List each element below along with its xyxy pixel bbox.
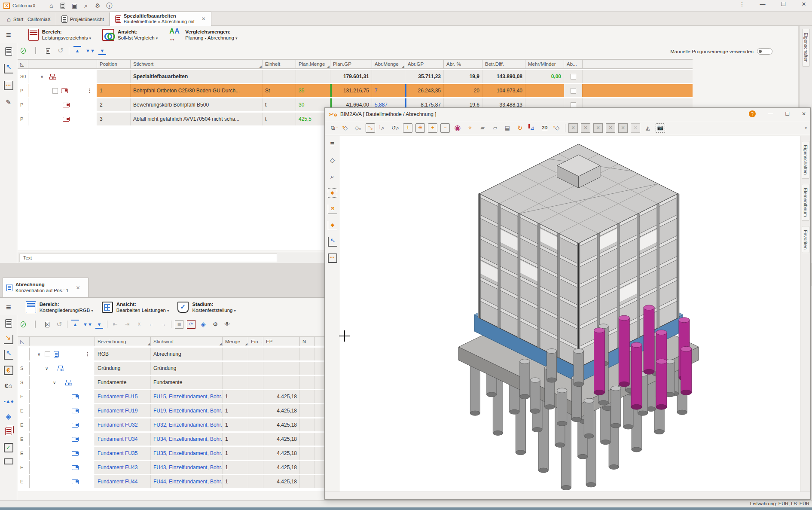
bereich-dropdown[interactable]: Bereich:Kostengliederung/RGB▾ — [26, 301, 93, 314]
more-menu-button[interactable]: ⋮ — [737, 1, 747, 7]
cube-arrow-icon[interactable]: ◇→ — [328, 156, 337, 165]
rotate-circle-icon[interactable]: ↻ — [515, 123, 525, 133]
table-row[interactable]: EFundament FU44FU44, Einzelfundament, Bo… — [18, 475, 324, 488]
pyramid-icon[interactable]: ◭ — [643, 123, 653, 133]
open-external-icon[interactable]: ↖ — [4, 64, 13, 73]
chevron-down-icon[interactable]: ∨ — [40, 74, 43, 79]
zoom-window-icon[interactable]: ⌕┆ — [378, 123, 388, 133]
arrow-left-icon[interactable]: ← — [147, 320, 156, 329]
cube-bracket-icon[interactable]: ◆ — [328, 221, 337, 230]
edit-document-icon[interactable]: ✎ — [4, 98, 13, 107]
bereich-dropdown[interactable]: Bereich:Leistungsverzeichnis▾ — [28, 29, 91, 41]
close-tab-icon[interactable]: ✕ — [76, 285, 80, 291]
xbox-5-icon[interactable]: ✕ — [618, 123, 628, 133]
measure-points-icon[interactable]: ✧ — [465, 123, 475, 133]
clip-plane-icon[interactable]: ⊥ — [403, 123, 412, 133]
confirm-icon[interactable]: ✓ — [21, 48, 25, 54]
xbox-3-icon[interactable]: ✕ — [593, 123, 603, 133]
zoom-out-icon[interactable]: − — [440, 123, 450, 133]
tab-spezialtiefbauarbeiten[interactable]: Spezialtiefbauarbeiten Bauteilmethode « … — [110, 12, 211, 26]
tab-start[interactable]: ⌂ Start - CaliforniaX — [2, 13, 56, 25]
expand-level-icon[interactable]: ▼▼ — [83, 320, 92, 329]
row-checkbox[interactable] — [571, 102, 576, 108]
table-row[interactable]: S0 ∨ Spezialtiefbauarbeiten 179.601,31 3… — [18, 70, 693, 83]
tab-eigenschaften[interactable]: Eigenschaften — [802, 29, 810, 67]
gear-model-icon[interactable]: ⚙ — [211, 320, 220, 329]
undo-icon[interactable]: ↺ — [56, 46, 65, 55]
collapse-rows-icon[interactable]: ☓ — [135, 320, 143, 329]
eye-settings-icon[interactable]: 👁 — [223, 320, 232, 329]
table-row[interactable]: EFundament FU19FU19, Einzelfundament, Bo… — [18, 404, 324, 417]
xbox-4-icon[interactable]: ✕ — [606, 123, 615, 133]
menu-icon[interactable]: ≡ — [328, 139, 337, 149]
chevron-down-icon[interactable]: ∨ — [45, 366, 48, 371]
bim-titlebar[interactable]: ✂⚙ BIM2AVA [ Bauteilmethode / Abrechnung… — [325, 108, 810, 121]
row-menu-icon[interactable]: ⋮ — [85, 351, 92, 357]
table-row[interactable]: ∨⋮RGBAbrechnung — [18, 348, 324, 360]
table-row[interactable]: EFundament FU35FU35, Einzelfundament, Bo… — [18, 447, 324, 460]
minimize-button[interactable]: — — [758, 1, 767, 7]
bim-viewport[interactable]: ≡ ◇→ ⌕ ◆ ⊠ ◆ ↖ ▪▪▪ Eigenschaften Element… — [325, 136, 810, 492]
table-row[interactable]: EFundament FU34FU34, Einzelfundament, Bo… — [18, 433, 324, 446]
ansicht-dropdown[interactable]: Ansicht:Bearbeiten Leistungen▾ — [102, 301, 169, 314]
menu-icon[interactable]: ≡ — [0, 302, 17, 312]
close-button[interactable]: ✕ — [799, 1, 809, 7]
chart-icon[interactable]: ⊿ — [528, 123, 537, 133]
minimize-button[interactable]: — — [768, 111, 773, 117]
document-icon[interactable] — [59, 2, 67, 9]
image-box-icon[interactable]: ▦ — [175, 320, 183, 329]
table-row[interactable]: EFundament FU15FU15, Einzelfundament, Bo… — [18, 390, 324, 403]
fit-all-icon[interactable]: ✳ — [415, 123, 425, 133]
search-icon[interactable]: ⌕ — [82, 2, 90, 9]
chevron-down-icon[interactable]: ∨ — [53, 380, 56, 385]
xbox-6-icon[interactable]: ✕ — [631, 123, 640, 133]
slab-solid-icon[interactable]: ▰ — [478, 123, 487, 133]
open-external-icon[interactable]: ↖ — [328, 237, 337, 247]
document-list-icon[interactable] — [4, 319, 13, 329]
arrow-right-icon[interactable]: → — [159, 320, 168, 329]
close-tab-icon[interactable]: ✕ — [201, 16, 206, 22]
tab-favoriten[interactable]: Favoriten — [802, 226, 809, 253]
expand-all-icon[interactable]: ▼ — [95, 320, 104, 329]
collapse-all-icon[interactable]: ▲ — [71, 320, 79, 329]
settings-icon[interactable]: ⚙ — [94, 2, 101, 9]
color-swirl-icon[interactable]: ◉ — [453, 123, 462, 133]
indent-icon[interactable]: ⇤ — [111, 320, 119, 329]
orbit-cube-icon[interactable]: ◇↷ — [341, 123, 350, 133]
table-row[interactable]: S∨GründungGründung — [18, 362, 324, 375]
abr-table-header[interactable]: ◺ Bezeichnung Stichwort Menge Ein... EP … — [18, 337, 324, 346]
save-icon[interactable] — [35, 47, 36, 54]
checklist-icon[interactable]: ✓ — [4, 443, 13, 452]
toolbar-overflow-icon[interactable]: ▾ — [805, 126, 807, 130]
vergleichsmengen-dropdown[interactable]: AA↔ Vergleichsmengen:Planung - Abrechnun… — [169, 28, 237, 41]
sun-cube-icon[interactable]: ◇☀ — [553, 123, 562, 133]
doc-refresh-icon[interactable]: ⟳ — [187, 320, 195, 329]
box-faces-icon[interactable]: ⬓ — [503, 123, 512, 133]
menu-icon[interactable]: ≡ — [0, 30, 17, 40]
select-cube-icon[interactable]: ◆ — [328, 188, 337, 198]
euro-house-icon[interactable]: €⌂ — [4, 381, 13, 391]
contacts-icon[interactable]: ▣ — [71, 2, 78, 9]
zoom-detail-icon[interactable]: ⌕ — [328, 172, 337, 181]
help-icon[interactable]: ? — [749, 110, 756, 117]
cancel-icon[interactable]: ✕ — [46, 48, 50, 54]
expand-level-icon[interactable]: ▼▼ — [85, 46, 94, 55]
text-panel-label[interactable]: Text — [19, 253, 277, 262]
layered-docs-icon[interactable] — [4, 428, 13, 437]
building-3d-model[interactable] — [406, 136, 767, 500]
xbox-1-icon[interactable]: ✕ — [568, 123, 578, 133]
open-external-icon[interactable]: ↖ — [4, 350, 13, 360]
confirm-icon[interactable]: ✓ — [21, 321, 25, 327]
zoom-rotate-icon[interactable]: ↺⌕ — [391, 123, 400, 133]
row-menu-icon[interactable]: ⋮ — [87, 88, 94, 94]
hide-cube-icon[interactable]: ◇ₓ — [353, 123, 363, 133]
expand-all-icon[interactable]: ▼ — [98, 46, 107, 55]
tab-elementbaum[interactable]: Elementbaum — [802, 184, 809, 221]
folder-positions-icon[interactable]: ▪▪▪ — [4, 81, 13, 90]
xbox-bracket-icon[interactable]: ⊠ — [328, 205, 337, 214]
home-icon[interactable]: ⌂ — [48, 2, 55, 9]
import-icon[interactable]: ↘ — [4, 335, 13, 344]
undo-icon[interactable]: ↺ — [55, 320, 64, 329]
zoom-extents-icon[interactable]: ⤡ — [366, 123, 375, 133]
collapse-all-icon[interactable]: ▲ — [73, 46, 82, 55]
